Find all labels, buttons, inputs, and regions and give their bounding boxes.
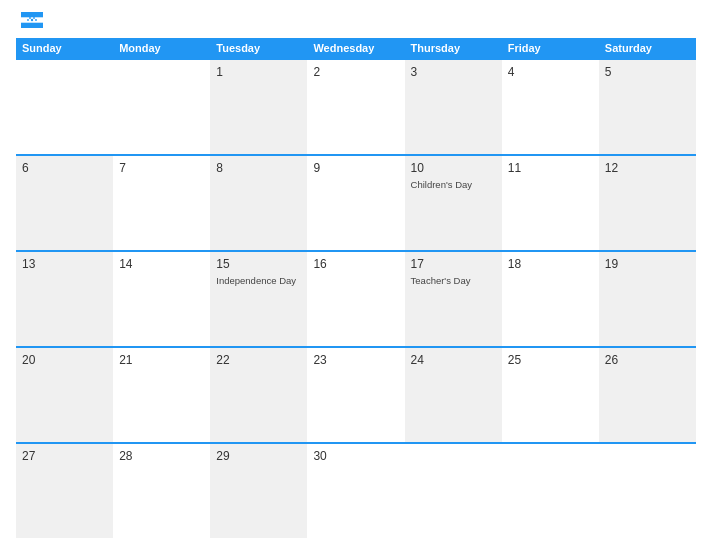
day-header-sunday: Sunday xyxy=(16,38,113,58)
calendar-grid: SundayMondayTuesdayWednesdayThursdayFrid… xyxy=(16,38,696,538)
day-number: 19 xyxy=(605,256,690,273)
day-number: 7 xyxy=(119,160,204,177)
day-header-friday: Friday xyxy=(502,38,599,58)
day-cell-14: 14 xyxy=(113,252,210,346)
day-cell-26: 26 xyxy=(599,348,696,442)
day-number: 9 xyxy=(313,160,398,177)
weeks-container: 12345678910Children's Day1112131415Indep… xyxy=(16,58,696,538)
calendar-page: SundayMondayTuesdayWednesdayThursdayFrid… xyxy=(0,0,712,550)
event-label: Children's Day xyxy=(411,179,496,191)
week-row-1: 678910Children's Day1112 xyxy=(16,154,696,250)
day-cell-16: 16 xyxy=(307,252,404,346)
day-number: 22 xyxy=(216,352,301,369)
day-cell-empty xyxy=(16,60,113,154)
day-number: 13 xyxy=(22,256,107,273)
week-row-0: 12345 xyxy=(16,58,696,154)
day-number: 1 xyxy=(216,64,301,81)
day-cell-17: 17Teacher's Day xyxy=(405,252,502,346)
svg-point-2 xyxy=(31,19,33,21)
day-number: 5 xyxy=(605,64,690,81)
day-cell-21: 21 xyxy=(113,348,210,442)
day-number: 4 xyxy=(508,64,593,81)
day-number: 10 xyxy=(411,160,496,177)
day-cell-20: 20 xyxy=(16,348,113,442)
day-number: 29 xyxy=(216,448,301,465)
day-header-tuesday: Tuesday xyxy=(210,38,307,58)
week-row-3: 20212223242526 xyxy=(16,346,696,442)
day-cell-18: 18 xyxy=(502,252,599,346)
day-cell-28: 28 xyxy=(113,444,210,538)
day-cell-empty xyxy=(599,444,696,538)
day-cell-4: 4 xyxy=(502,60,599,154)
day-cell-29: 29 xyxy=(210,444,307,538)
header xyxy=(16,12,696,28)
event-label: Independence Day xyxy=(216,275,301,287)
svg-point-6 xyxy=(33,17,35,19)
day-cell-19: 19 xyxy=(599,252,696,346)
day-number: 15 xyxy=(216,256,301,273)
day-cell-6: 6 xyxy=(16,156,113,250)
day-cell-7: 7 xyxy=(113,156,210,250)
day-cell-2: 2 xyxy=(307,60,404,154)
day-cell-25: 25 xyxy=(502,348,599,442)
day-cell-empty xyxy=(502,444,599,538)
week-row-4: 27282930 xyxy=(16,442,696,538)
day-number: 12 xyxy=(605,160,690,177)
day-cell-8: 8 xyxy=(210,156,307,250)
day-cell-3: 3 xyxy=(405,60,502,154)
day-cell-1: 1 xyxy=(210,60,307,154)
day-number: 28 xyxy=(119,448,204,465)
day-cell-empty xyxy=(405,444,502,538)
day-header-thursday: Thursday xyxy=(405,38,502,58)
day-cell-27: 27 xyxy=(16,444,113,538)
day-number: 14 xyxy=(119,256,204,273)
day-cell-11: 11 xyxy=(502,156,599,250)
day-cell-9: 9 xyxy=(307,156,404,250)
svg-point-5 xyxy=(29,17,31,19)
day-number: 3 xyxy=(411,64,496,81)
day-number: 21 xyxy=(119,352,204,369)
day-cell-30: 30 xyxy=(307,444,404,538)
day-cell-12: 12 xyxy=(599,156,696,250)
logo xyxy=(16,12,43,28)
day-number: 8 xyxy=(216,160,301,177)
day-number: 24 xyxy=(411,352,496,369)
day-cell-24: 24 xyxy=(405,348,502,442)
day-number: 17 xyxy=(411,256,496,273)
day-header-wednesday: Wednesday xyxy=(307,38,404,58)
day-number: 30 xyxy=(313,448,398,465)
day-number: 26 xyxy=(605,352,690,369)
day-number: 11 xyxy=(508,160,593,177)
day-number: 23 xyxy=(313,352,398,369)
day-number: 27 xyxy=(22,448,107,465)
day-header-monday: Monday xyxy=(113,38,210,58)
svg-point-3 xyxy=(27,19,29,21)
day-cell-13: 13 xyxy=(16,252,113,346)
day-cell-22: 22 xyxy=(210,348,307,442)
days-header: SundayMondayTuesdayWednesdayThursdayFrid… xyxy=(16,38,696,58)
event-label: Teacher's Day xyxy=(411,275,496,287)
day-cell-23: 23 xyxy=(307,348,404,442)
logo-flag-icon xyxy=(21,12,43,28)
day-number: 25 xyxy=(508,352,593,369)
day-number: 18 xyxy=(508,256,593,273)
day-cell-5: 5 xyxy=(599,60,696,154)
day-number: 16 xyxy=(313,256,398,273)
day-cell-10: 10Children's Day xyxy=(405,156,502,250)
day-cell-15: 15Independence Day xyxy=(210,252,307,346)
day-number: 6 xyxy=(22,160,107,177)
day-number: 2 xyxy=(313,64,398,81)
week-row-2: 131415Independence Day1617Teacher's Day1… xyxy=(16,250,696,346)
day-number: 20 xyxy=(22,352,107,369)
svg-point-4 xyxy=(35,19,37,21)
day-cell-empty xyxy=(113,60,210,154)
day-header-saturday: Saturday xyxy=(599,38,696,58)
